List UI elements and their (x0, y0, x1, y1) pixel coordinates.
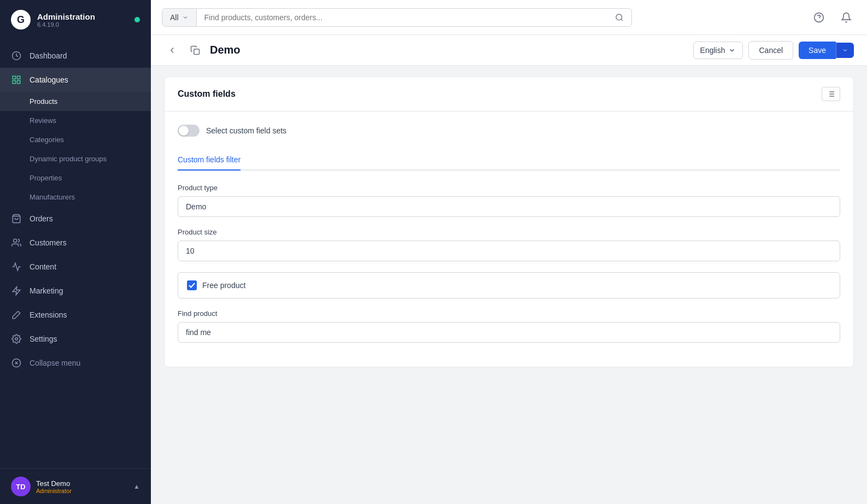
sidebar-item-customers[interactable]: Customers (0, 231, 151, 255)
help-button[interactable] (809, 8, 829, 27)
orders-icon (11, 213, 22, 224)
bell-icon (841, 12, 852, 23)
checkmark-icon (189, 282, 195, 289)
sidebar-sub-label: Reviews (30, 116, 56, 125)
sidebar-sub-item-properties[interactable]: Properties (0, 168, 151, 187)
sidebar-nav: Dashboard Catalogues Products Reviews Ca… (0, 39, 151, 468)
svg-rect-16 (194, 49, 200, 54)
user-role: Administrator (36, 488, 72, 494)
content-area: Custom fields Select custom field sets (151, 66, 867, 504)
sidebar-item-orders[interactable]: Orders (0, 207, 151, 231)
product-type-input[interactable] (178, 196, 840, 217)
user-name: Test Demo (36, 479, 72, 488)
app-name: Administration (37, 12, 95, 21)
card-menu-button[interactable] (822, 87, 840, 101)
sidebar-sub-item-dynamic-product-groups[interactable]: Dynamic product groups (0, 149, 151, 168)
sidebar-item-dashboard[interactable]: Dashboard (0, 44, 151, 68)
product-size-label: Product size (178, 228, 840, 236)
app-logo: G (11, 10, 31, 30)
sidebar-item-label: Content (30, 262, 56, 271)
status-dot (134, 17, 140, 22)
sidebar-item-label: Orders (30, 214, 53, 223)
product-type-field: Product type (178, 184, 840, 217)
page-title: Demo (210, 44, 241, 56)
sidebar-item-label: Extensions (30, 310, 67, 319)
card-title: Custom fields (178, 89, 236, 99)
tabs: Custom fields filter (178, 150, 840, 171)
custom-field-sets-toggle[interactable] (178, 125, 200, 137)
sidebar-header: G Administration 6.4.19.0 (0, 0, 151, 39)
save-dropdown-button[interactable] (836, 43, 854, 58)
sidebar-item-marketing[interactable]: Marketing (0, 279, 151, 303)
toggle-label: Select custom field sets (206, 126, 286, 135)
toggle-row: Select custom field sets (178, 125, 840, 137)
notifications-button[interactable] (836, 8, 856, 27)
free-product-label: Free product (202, 281, 245, 290)
product-size-input[interactable] (178, 241, 840, 261)
marketing-icon (11, 285, 22, 296)
svg-rect-1 (13, 76, 15, 79)
sidebar-sub-item-manufacturers[interactable]: Manufacturers (0, 187, 151, 207)
sidebar-item-settings[interactable]: Settings (0, 327, 151, 351)
content-icon (11, 261, 22, 272)
arrow-left-icon (167, 45, 177, 55)
sidebar-sub-item-categories[interactable]: Categories (0, 130, 151, 149)
sidebar: G Administration 6.4.19.0 Dashboard Cata… (0, 0, 151, 504)
language-label: English (700, 46, 725, 55)
svg-rect-2 (17, 76, 20, 79)
custom-fields-card: Custom fields Select custom field sets (164, 77, 854, 367)
user-footer[interactable]: TD Test Demo Administrator ▲ (0, 468, 151, 504)
sidebar-sub-label: Dynamic product groups (30, 155, 107, 163)
svg-marker-7 (13, 287, 20, 295)
main-area: All (151, 0, 867, 504)
save-button[interactable]: Save (799, 42, 836, 59)
copy-icon (190, 45, 200, 55)
app-version: 6.4.19.0 (37, 21, 95, 28)
page-header: Demo English Cancel Save (151, 35, 867, 66)
svg-line-13 (621, 19, 623, 21)
find-product-field: Find product (178, 309, 840, 343)
back-button[interactable] (164, 42, 180, 58)
sidebar-item-label: Catalogues (30, 75, 68, 84)
settings-icon (11, 333, 22, 344)
search-icon (615, 13, 624, 22)
cancel-button[interactable]: Cancel (748, 41, 793, 60)
sidebar-item-label: Settings (30, 335, 57, 343)
search-input[interactable] (197, 9, 607, 26)
sidebar-item-catalogues[interactable]: Catalogues (0, 68, 151, 92)
sidebar-collapse[interactable]: Collapse menu (0, 351, 151, 375)
sidebar-sub-item-reviews[interactable]: Reviews (0, 111, 151, 130)
language-selector[interactable]: English (693, 42, 743, 59)
user-avatar: TD (11, 477, 31, 496)
free-product-checkbox[interactable] (187, 280, 197, 290)
list-icon (827, 90, 835, 98)
app-info: Administration 6.4.19.0 (37, 12, 95, 28)
sidebar-item-extensions[interactable]: Extensions (0, 303, 151, 327)
search-submit-button[interactable] (607, 9, 631, 26)
tab-custom-fields-filter[interactable]: Custom fields filter (178, 150, 241, 171)
page-header-actions: English Cancel Save (693, 41, 854, 60)
copy-button[interactable] (187, 42, 203, 58)
sidebar-sub-label: Properties (30, 174, 62, 182)
collapse-label: Collapse menu (30, 359, 80, 367)
chevron-down-icon (728, 46, 736, 54)
help-icon (813, 12, 824, 23)
topbar: All (151, 0, 867, 35)
search-bar: All (162, 8, 632, 27)
catalogues-icon (11, 74, 22, 85)
chevron-down-icon (182, 14, 189, 21)
search-type-button[interactable]: All (162, 9, 197, 26)
topbar-actions (809, 8, 856, 27)
free-product-row: Free product (178, 272, 840, 298)
customers-icon (11, 237, 22, 248)
svg-point-8 (15, 338, 18, 341)
find-product-input[interactable] (178, 322, 840, 343)
svg-point-12 (616, 14, 622, 20)
sidebar-sub-label: Products (30, 97, 57, 106)
sidebar-sub-item-products[interactable]: Products (0, 92, 151, 111)
svg-rect-4 (13, 81, 15, 84)
sidebar-item-content[interactable]: Content (0, 255, 151, 279)
sidebar-sub-label: Categories (30, 136, 64, 144)
save-button-group: Save (799, 42, 854, 59)
sidebar-item-label: Customers (30, 238, 67, 247)
